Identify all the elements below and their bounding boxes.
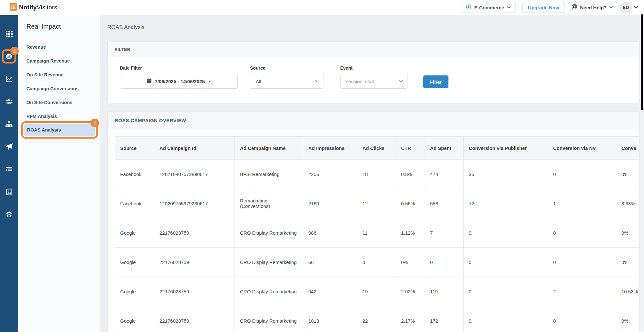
sidebar-item-campaign-conversions[interactable]: Campaign Conversions bbox=[18, 82, 100, 95]
table-cell: 22176028759 bbox=[154, 277, 235, 306]
table-cell: 0.8% bbox=[396, 160, 425, 189]
avatar[interactable]: ED bbox=[620, 2, 632, 14]
table-cell: 66 bbox=[303, 248, 357, 277]
table-row: Google 22176028759 CRO Display Remarketi… bbox=[115, 306, 639, 332]
page-title: ROAS Analysis bbox=[107, 24, 639, 31]
table-cell: 2 bbox=[548, 277, 616, 306]
roas-table: Source Ad Campaign Id Ad Campaign Name A… bbox=[115, 136, 639, 332]
caret-down-icon bbox=[208, 81, 211, 82]
tutorial-step-2-badge: 2 bbox=[91, 119, 99, 127]
table-cell: 0 bbox=[425, 248, 464, 277]
table-cell: 22 bbox=[357, 306, 396, 332]
table-row: Google 22176028759 CRO Display Remarketi… bbox=[115, 248, 639, 277]
table-cell: Google bbox=[115, 248, 154, 277]
filter-submit-button[interactable]: Filter bbox=[423, 75, 448, 88]
workspace-selector[interactable]: E-Commerce bbox=[461, 2, 515, 13]
table-cell: 474 bbox=[425, 160, 464, 189]
table-cell: Google bbox=[115, 306, 154, 332]
sidebar-menu: Revenue Campaign Revenue On Site Revenue… bbox=[18, 40, 100, 136]
col-source: Source bbox=[115, 137, 154, 160]
brand-name: NotifyVisitors bbox=[19, 4, 57, 11]
table-cell: 0 bbox=[548, 160, 616, 189]
sidebar-item-rfm-analysis[interactable]: RFM Analysis bbox=[18, 109, 100, 123]
table-cell: 22176028759 bbox=[154, 248, 235, 277]
filter-form: Date Filter 7/06/2025 - 14/06/2025 Sourc… bbox=[108, 57, 639, 103]
rail-item-settings[interactable]: ⚙ bbox=[2, 207, 16, 221]
sidebar-item-on-site-conversions[interactable]: On Site Conversions bbox=[18, 95, 100, 109]
col-conversion-via-publisher: Conversion via Publisher bbox=[464, 137, 548, 160]
rail-item-dashboard[interactable]: 1 bbox=[2, 49, 16, 63]
rail-item-apps[interactable] bbox=[2, 27, 16, 41]
icon-rail: 1 ⚙ bbox=[0, 15, 18, 332]
rail-item-logs[interactable] bbox=[2, 162, 16, 176]
roas-table-container: Source Ad Campaign Id Ad Campaign Name A… bbox=[108, 129, 639, 332]
media-file-icon bbox=[6, 189, 13, 195]
table-cell: 120209755979230617 bbox=[154, 189, 235, 218]
table-cell: 0% bbox=[616, 218, 639, 248]
sidebar-item-campaign-revenue[interactable]: Campaign Revenue bbox=[18, 54, 100, 68]
audience-users-icon bbox=[5, 98, 13, 105]
col-conversion-truncated: Conve bbox=[616, 137, 639, 160]
col-conversion-via-nv: Conversion via NV bbox=[548, 137, 616, 160]
sidebar-item-on-site-revenue[interactable]: On Site Revenue bbox=[18, 68, 100, 82]
table-cell: CRO Display Remarketing bbox=[235, 306, 303, 332]
user-menu[interactable]: ED bbox=[620, 2, 638, 14]
sidebar-title: Real Impact bbox=[26, 23, 100, 30]
col-ad-spent: Ad Spent bbox=[425, 137, 464, 160]
line-chart-icon bbox=[5, 75, 13, 83]
table-cell: 19 bbox=[357, 277, 396, 306]
rail-item-journeys[interactable] bbox=[2, 117, 16, 131]
need-help-menu[interactable]: Need Help? bbox=[572, 4, 613, 11]
source-value: All bbox=[256, 79, 315, 84]
chevron-down-icon bbox=[315, 80, 319, 83]
chevron-down-icon bbox=[634, 6, 638, 9]
table-cell: CRO Display Remarketing bbox=[235, 218, 303, 248]
table-cell: 0 bbox=[464, 277, 548, 306]
table-cell: Facebook bbox=[115, 189, 154, 218]
lifebuoy-icon bbox=[572, 4, 577, 11]
table-cell: 0% bbox=[616, 248, 639, 277]
table-cell: 0 bbox=[548, 218, 616, 248]
sidebar-item-revenue[interactable]: Revenue bbox=[18, 40, 100, 54]
table-cell: 36 bbox=[464, 160, 548, 189]
table-header-row: Source Ad Campaign Id Ad Campaign Name A… bbox=[115, 137, 639, 160]
paper-plane-icon bbox=[5, 143, 13, 151]
table-cell: 172 bbox=[425, 306, 464, 332]
source-select[interactable]: All bbox=[250, 74, 323, 89]
upgrade-now-button[interactable]: Upgrade Now bbox=[523, 2, 565, 13]
table-cell: 119 bbox=[425, 277, 464, 306]
settings-gear-icon: ⚙ bbox=[6, 211, 13, 218]
table-cell: 12 bbox=[357, 189, 396, 218]
rail-item-audience[interactable] bbox=[2, 94, 16, 109]
rail-item-templates[interactable] bbox=[2, 185, 16, 199]
status-dot-icon bbox=[466, 4, 471, 11]
event-label: Event bbox=[340, 65, 408, 71]
event-select[interactable]: session_start bbox=[340, 74, 408, 89]
date-filter-field: Date Filter 7/06/2025 - 14/06/2025 bbox=[120, 65, 238, 89]
table-cell: 7 bbox=[425, 218, 464, 248]
date-filter-label: Date Filter bbox=[120, 65, 238, 71]
apps-grid-icon bbox=[6, 31, 13, 37]
table-cell: 0 bbox=[464, 218, 548, 248]
table-cell: Facebook bbox=[115, 160, 154, 189]
rail-item-campaigns[interactable] bbox=[2, 140, 16, 154]
table-cell: 11 bbox=[357, 218, 396, 248]
scrollbar-thumb[interactable] bbox=[641, 14, 643, 110]
source-field: Source All bbox=[250, 65, 323, 89]
table-cell: 0% bbox=[616, 306, 639, 332]
table-row: Facebook 120209755979230617 Remarketing … bbox=[115, 189, 639, 218]
col-ctr: CTR bbox=[396, 137, 425, 160]
brand-logo[interactable]: NotifyVisitors bbox=[10, 3, 57, 12]
table-row: Facebook 120210407573890617 BFSI Remarke… bbox=[115, 160, 639, 189]
table-cell: CRO Display Remarketing bbox=[235, 248, 303, 277]
table-cell: 0% bbox=[396, 248, 425, 277]
col-ad-impressions: Ad Impressions bbox=[303, 137, 357, 160]
sidebar-item-roas-analysis[interactable]: ROAS Analysis 2 bbox=[24, 124, 95, 136]
table-cell: BFSI Remarketing bbox=[235, 160, 303, 189]
table-cell: 558 bbox=[425, 189, 464, 218]
filter-card: FILTER Date Filter 7/06/2025 - 14/06/202… bbox=[107, 42, 639, 103]
playlist-icon bbox=[5, 166, 13, 173]
date-range-picker[interactable]: 7/06/2025 - 14/06/2025 bbox=[120, 74, 238, 89]
rail-item-analytics[interactable] bbox=[2, 72, 16, 86]
table-cell: 0 bbox=[464, 306, 548, 332]
